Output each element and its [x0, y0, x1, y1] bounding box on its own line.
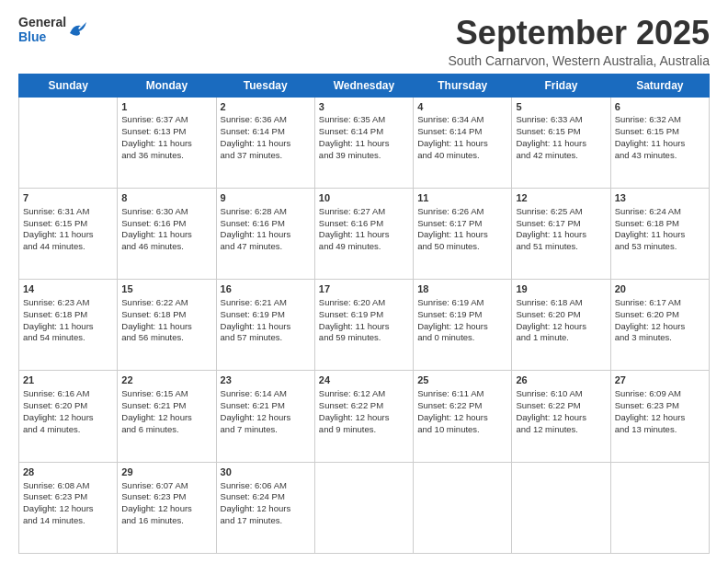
day-number: 9: [221, 191, 311, 205]
cell-text: and 10 minutes.: [417, 424, 507, 436]
day-number: 5: [516, 100, 606, 114]
cell-text: Sunset: 6:22 PM: [516, 400, 606, 412]
cell-text: Sunrise: 6:21 AM: [221, 297, 311, 309]
table-row: 19Sunrise: 6:18 AMSunset: 6:20 PMDayligh…: [512, 280, 610, 371]
day-number: 8: [121, 191, 211, 205]
cell-text: Daylight: 11 hours: [221, 229, 311, 241]
table-row: 8Sunrise: 6:30 AMSunset: 6:16 PMDaylight…: [118, 188, 216, 279]
col-sunday: Sunday: [19, 74, 118, 97]
cell-text: and 12 minutes.: [516, 424, 606, 436]
table-row: 18Sunrise: 6:19 AMSunset: 6:19 PMDayligh…: [414, 280, 512, 371]
cell-text: Sunset: 6:23 PM: [121, 491, 211, 503]
cell-text: Sunset: 6:16 PM: [121, 218, 211, 230]
cell-text: Daylight: 12 hours: [221, 412, 311, 424]
week-row-2: 7Sunrise: 6:31 AMSunset: 6:15 PMDaylight…: [19, 188, 710, 279]
cell-text: Sunset: 6:22 PM: [417, 400, 507, 412]
cell-text: Sunset: 6:21 PM: [221, 400, 311, 412]
day-number: 15: [121, 282, 211, 296]
cell-text: and 3 minutes.: [615, 332, 705, 344]
table-row: 1Sunrise: 6:37 AMSunset: 6:13 PMDaylight…: [118, 97, 216, 188]
cell-text: Sunrise: 6:24 AM: [615, 206, 705, 218]
logo: General Blue: [18, 15, 88, 44]
cell-text: Sunrise: 6:37 AM: [121, 114, 211, 126]
col-saturday: Saturday: [610, 74, 709, 97]
cell-text: Daylight: 11 hours: [221, 321, 311, 333]
cell-text: Sunrise: 6:22 AM: [121, 297, 211, 309]
cell-text: Daylight: 11 hours: [23, 229, 113, 241]
week-row-5: 28Sunrise: 6:08 AMSunset: 6:23 PMDayligh…: [19, 462, 710, 553]
cell-text: Sunrise: 6:15 AM: [121, 388, 211, 400]
cell-text: Sunrise: 6:26 AM: [417, 206, 507, 218]
cell-text: Sunrise: 6:18 AM: [516, 297, 606, 309]
cell-text: Daylight: 11 hours: [319, 321, 409, 333]
cell-text: Sunset: 6:19 PM: [221, 309, 311, 321]
cell-text: and 42 minutes.: [516, 150, 606, 162]
cell-text: Sunset: 6:18 PM: [615, 218, 705, 230]
cell-text: Sunset: 6:14 PM: [221, 126, 311, 138]
day-number: 20: [615, 282, 705, 296]
cell-text: Sunrise: 6:11 AM: [417, 388, 507, 400]
cell-text: Daylight: 11 hours: [516, 138, 606, 150]
table-row: [414, 462, 512, 553]
week-row-3: 14Sunrise: 6:23 AMSunset: 6:18 PMDayligh…: [19, 280, 710, 371]
cell-text: and 57 minutes.: [221, 332, 311, 344]
day-number: 13: [615, 191, 705, 205]
day-number: 28: [23, 465, 113, 479]
cell-text: Sunset: 6:18 PM: [121, 309, 211, 321]
cell-text: Sunset: 6:16 PM: [221, 218, 311, 230]
cell-text: and 50 minutes.: [417, 241, 507, 253]
day-number: 2: [221, 100, 311, 114]
table-row: 20Sunrise: 6:17 AMSunset: 6:20 PMDayligh…: [610, 280, 709, 371]
table-row: 3Sunrise: 6:35 AMSunset: 6:14 PMDaylight…: [314, 97, 413, 188]
table-row: 2Sunrise: 6:36 AMSunset: 6:14 PMDaylight…: [216, 97, 314, 188]
cell-text: and 14 minutes.: [23, 515, 113, 527]
cell-text: Daylight: 11 hours: [221, 138, 311, 150]
cell-text: Sunset: 6:17 PM: [417, 218, 507, 230]
cell-text: Daylight: 11 hours: [417, 229, 507, 241]
cell-text: and 53 minutes.: [615, 241, 705, 253]
cell-text: Sunrise: 6:09 AM: [615, 388, 705, 400]
cell-text: Daylight: 11 hours: [121, 138, 211, 150]
cell-text: Sunrise: 6:34 AM: [417, 114, 507, 126]
cell-text: and 9 minutes.: [319, 424, 409, 436]
logo-general: General: [18, 15, 66, 29]
table-row: [512, 462, 610, 553]
cell-text: Daylight: 12 hours: [121, 412, 211, 424]
cell-text: and 16 minutes.: [121, 515, 211, 527]
table-row: 26Sunrise: 6:10 AMSunset: 6:22 PMDayligh…: [512, 371, 610, 462]
cell-text: and 59 minutes.: [319, 332, 409, 344]
table-row: 14Sunrise: 6:23 AMSunset: 6:18 PMDayligh…: [19, 280, 118, 371]
subtitle: South Carnarvon, Western Australia, Aust…: [448, 53, 710, 68]
cell-text: Sunset: 6:20 PM: [516, 309, 606, 321]
cell-text: Sunrise: 6:12 AM: [319, 388, 409, 400]
day-number: 16: [221, 282, 311, 296]
cell-text: Sunrise: 6:27 AM: [319, 206, 409, 218]
day-number: 3: [319, 100, 409, 114]
day-number: 6: [615, 100, 705, 114]
cell-text: Daylight: 12 hours: [516, 412, 606, 424]
cell-text: and 17 minutes.: [221, 515, 311, 527]
cell-text: and 51 minutes.: [516, 241, 606, 253]
cell-text: Sunset: 6:13 PM: [121, 126, 211, 138]
week-row-4: 21Sunrise: 6:16 AMSunset: 6:20 PMDayligh…: [19, 371, 710, 462]
table-row: 13Sunrise: 6:24 AMSunset: 6:18 PMDayligh…: [610, 188, 709, 279]
cell-text: Sunrise: 6:36 AM: [221, 114, 311, 126]
calendar-table: Sunday Monday Tuesday Wednesday Thursday…: [18, 74, 710, 554]
cell-text: Sunset: 6:14 PM: [319, 126, 409, 138]
cell-text: and 43 minutes.: [615, 150, 705, 162]
cell-text: and 6 minutes.: [121, 424, 211, 436]
day-number: 30: [221, 465, 311, 479]
table-row: 29Sunrise: 6:07 AMSunset: 6:23 PMDayligh…: [118, 462, 216, 553]
cell-text: Daylight: 11 hours: [121, 321, 211, 333]
cell-text: Sunset: 6:18 PM: [23, 309, 113, 321]
cell-text: Sunrise: 6:07 AM: [121, 480, 211, 492]
table-row: 5Sunrise: 6:33 AMSunset: 6:15 PMDaylight…: [512, 97, 610, 188]
table-row: 12Sunrise: 6:25 AMSunset: 6:17 PMDayligh…: [512, 188, 610, 279]
cell-text: and 37 minutes.: [221, 150, 311, 162]
day-number: 22: [121, 373, 211, 387]
table-row: 10Sunrise: 6:27 AMSunset: 6:16 PMDayligh…: [314, 188, 413, 279]
cell-text: Daylight: 11 hours: [615, 138, 705, 150]
cell-text: Sunrise: 6:10 AM: [516, 388, 606, 400]
day-number: 17: [319, 282, 409, 296]
cell-text: Sunrise: 6:08 AM: [23, 480, 113, 492]
